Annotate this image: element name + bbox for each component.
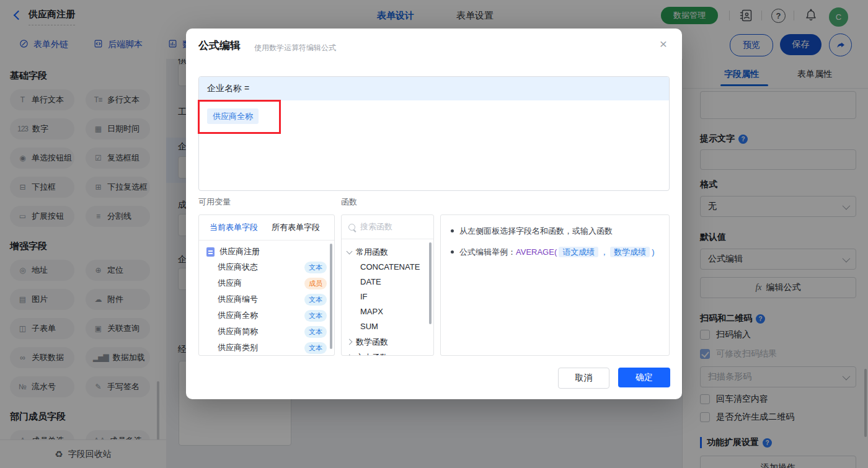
variable-name: 供应商编号 <box>218 294 258 305</box>
tab-current-form-fields[interactable]: 当前表单字段 <box>210 222 258 233</box>
chevron-right-icon <box>347 339 353 345</box>
variables-scrollbar[interactable] <box>330 244 332 349</box>
function-group-2[interactable]: 数学函数 <box>342 334 433 350</box>
variable-name: 供应商状态 <box>218 262 258 273</box>
variables-list: 供应商状态文本供应商成员供应商编号文本供应商全称文本供应商简称文本供应商类别文本 <box>199 259 334 356</box>
variables-label: 可用变量 <box>198 196 231 208</box>
tab-all-form-fields[interactable]: 所有表单字段 <box>272 222 320 233</box>
variable-row[interactable]: 供应商简称文本 <box>199 324 334 340</box>
function-search-input[interactable]: 搜索函数 <box>342 215 433 239</box>
variable-row[interactable]: 供应商成员 <box>199 275 334 291</box>
cancel-button[interactable]: 取消 <box>558 368 609 389</box>
variable-row[interactable]: 供应商编号文本 <box>199 291 334 307</box>
variable-row[interactable]: 供应商类别文本 <box>199 340 334 356</box>
chevron-down-icon <box>347 248 353 254</box>
chevron-right-icon <box>347 355 353 356</box>
formula-target: 企业名称 = <box>199 77 669 100</box>
formula-editor-modal: 公式编辑 使用数学运算符编辑公式 × 企业名称 = 供应商全称 可用变量 函数 … <box>186 29 682 399</box>
modal-title: 公式编辑 <box>198 38 241 53</box>
help-line: 从左侧面板选择字段名和函数，或输入函数 <box>451 224 659 237</box>
variables-tree-root[interactable]: 供应商注册 <box>199 241 334 259</box>
formula-help-panel: 从左侧面板选择字段名和函数，或输入函数 公式编辑举例：AVERAGE(语文成绩，… <box>440 214 670 356</box>
search-placeholder: 搜索函数 <box>360 221 392 232</box>
function-item[interactable]: IF <box>342 289 433 304</box>
variable-type-badge: 文本 <box>304 310 327 322</box>
confirm-button[interactable]: 确定 <box>618 368 670 387</box>
function-group-label: 文本函数 <box>356 352 388 356</box>
search-icon <box>348 224 355 231</box>
function-item[interactable]: MAPX <box>342 304 433 319</box>
example-field-chip: 语文成绩 <box>559 247 598 257</box>
bullet <box>451 229 454 232</box>
help-example-line: 公式编辑举例：AVERAGE(语文成绩，数学成绩) <box>451 245 659 258</box>
app-window: 供应商注册 表单设计 表单设置 数据管理 ? C 表单外链后端脚本数据权限 预览… <box>0 0 868 468</box>
function-group-label: 数学函数 <box>356 337 388 348</box>
variable-name: 供应商全称 <box>218 310 258 321</box>
variables-panel: 当前表单字段 所有表单字段 供应商注册 供应商状态文本供应商成员供应商编号文本供… <box>198 214 335 356</box>
function-group-3[interactable]: 文本函数 <box>342 350 433 356</box>
bullet <box>451 250 454 254</box>
function-item[interactable]: CONCATENATE <box>342 260 433 275</box>
example-function-name: AVERAGE( <box>516 247 557 257</box>
functions-list: 常用函数CONCATENATEDATEIFMAPXSUM数学函数文本函数 <box>342 239 433 356</box>
variable-name: 供应商类别 <box>218 342 258 353</box>
variable-type-badge: 文本 <box>304 326 327 338</box>
variable-type-badge: 文本 <box>304 342 327 354</box>
variable-row[interactable]: 供应商状态文本 <box>199 259 334 275</box>
close-icon[interactable]: × <box>660 37 667 50</box>
functions-label: 函数 <box>341 196 357 208</box>
variable-type-badge: 成员 <box>304 278 327 289</box>
variable-type-badge: 文本 <box>304 294 327 306</box>
function-item[interactable]: DATE <box>342 275 433 289</box>
variable-name: 供应商简称 <box>218 326 258 337</box>
annotation-highlight-rect <box>198 100 281 134</box>
functions-scrollbar[interactable] <box>429 242 432 324</box>
functions-panel: 搜索函数 常用函数CONCATENATEDATEIFMAPXSUM数学函数文本函… <box>341 214 434 356</box>
variables-tabs: 当前表单字段 所有表单字段 <box>199 215 334 241</box>
example-field-chip: 数学成绩 <box>610 247 650 257</box>
variable-row[interactable]: 供应商全称文本 <box>199 307 334 324</box>
function-group-label: 常用函数 <box>356 247 388 258</box>
form-doc-icon <box>206 247 215 257</box>
variable-name: 供应商 <box>218 278 242 289</box>
variable-type-badge: 文本 <box>304 262 327 273</box>
function-group-1[interactable]: 常用函数 <box>342 244 433 260</box>
modal-subtitle: 使用数学运算符编辑公式 <box>254 43 336 53</box>
function-item[interactable]: SUM <box>342 319 433 334</box>
